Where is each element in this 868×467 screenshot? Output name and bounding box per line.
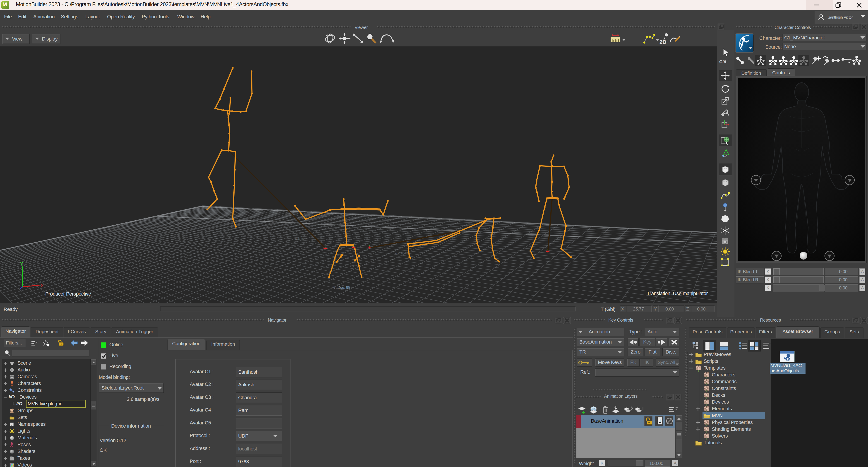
svg-text:2. P 2. 18: 2. P 2. 18 — [350, 265, 361, 268]
svg-text:2D: 2D — [659, 39, 666, 45]
svg-text:3. Deg. 98: 3. Deg. 98 — [334, 286, 350, 289]
svg-text:-2. D-8. 96: -2. D-8. 96 — [394, 251, 407, 254]
svg-text:X: X — [41, 283, 44, 288]
svg-text:-4. 683: -4. 683 — [294, 238, 303, 241]
svg-text:a: a — [11, 423, 12, 426]
svg-text:Y: Y — [20, 261, 23, 266]
